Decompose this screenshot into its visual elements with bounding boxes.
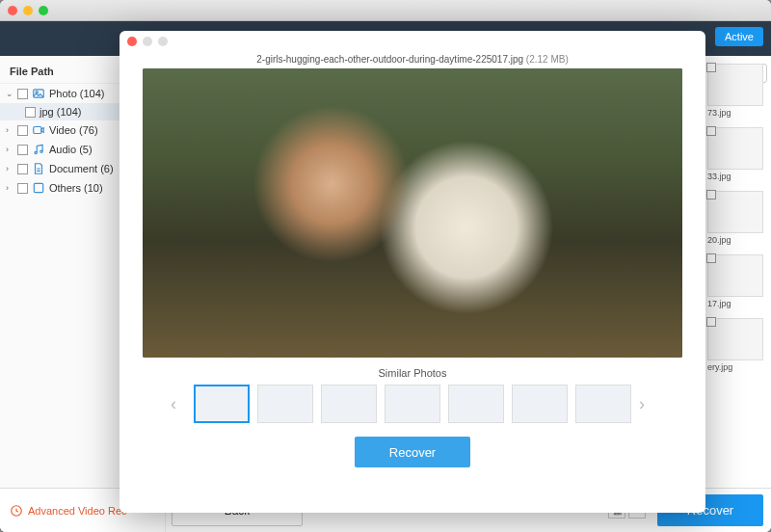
carousel-next-button[interactable]: › — [639, 394, 654, 414]
minimize-window-button[interactable] — [23, 6, 33, 15]
document-icon — [32, 162, 45, 175]
carousel-thumb[interactable] — [385, 385, 440, 423]
modal-minimize-button[interactable] — [143, 37, 152, 46]
maximize-window-button[interactable] — [39, 6, 48, 15]
svg-rect-2 — [34, 127, 41, 134]
sidebar-item-label: Photo (104) — [49, 88, 104, 99]
chevron-right-icon: › — [6, 183, 13, 193]
preview-image — [143, 68, 682, 358]
modal-close-button[interactable] — [127, 37, 137, 46]
checkbox[interactable] — [706, 63, 716, 72]
similar-photos-label: Similar Photos — [120, 367, 705, 379]
svg-point-3 — [35, 151, 37, 153]
thumbnail-label: ery.jpg — [707, 362, 763, 372]
modal-maximize-button[interactable] — [158, 37, 168, 46]
carousel-thumb[interactable] — [575, 385, 631, 423]
advanced-icon — [10, 504, 23, 518]
active-button[interactable]: Active — [715, 27, 763, 46]
chevron-right-icon: › — [6, 125, 13, 135]
others-icon — [32, 181, 45, 195]
photo-icon — [32, 87, 45, 100]
filename-text: 2-girls-hugging-each-other-outdoor-durin… — [256, 54, 523, 65]
svg-point-4 — [40, 150, 42, 152]
carousel-thumb[interactable] — [512, 385, 568, 423]
checkbox[interactable] — [17, 164, 28, 174]
chevron-right-icon: › — [6, 164, 13, 173]
chevron-down-icon: ⌄ — [6, 89, 13, 98]
window-titlebar — [0, 0, 771, 21]
sidebar-item-label: Document (6) — [49, 163, 114, 174]
carousel-thumb[interactable] — [257, 385, 313, 423]
traffic-lights — [8, 6, 48, 15]
audio-icon — [32, 143, 45, 156]
sidebar-item-label: Others (10) — [49, 182, 103, 194]
video-icon — [32, 123, 45, 137]
filesize-text: (2.12 MB) — [526, 54, 569, 65]
sidebar-item-label: jpg (104) — [40, 106, 81, 118]
checkbox[interactable] — [25, 107, 36, 118]
thumbnail-label: 20.jpg — [707, 235, 763, 245]
checkbox[interactable] — [17, 145, 28, 155]
chevron-right-icon: › — [6, 145, 13, 154]
preview-filename: 2-girls-hugging-each-other-outdoor-durin… — [120, 52, 705, 68]
checkbox[interactable] — [706, 126, 716, 136]
carousel-thumb[interactable] — [321, 385, 377, 423]
modal-titlebar — [120, 31, 705, 52]
thumbnail-label: 17.jpg — [707, 299, 763, 308]
thumbnail-column: 73.jpg 33.jpg 20.jpg 17.jpg ery.jpg — [707, 64, 763, 382]
checkbox[interactable] — [706, 317, 716, 327]
thumbnail[interactable] — [707, 254, 763, 297]
carousel-thumb[interactable] — [448, 385, 504, 423]
carousel-thumb[interactable] — [194, 385, 250, 423]
advanced-label: Advanced Video Rec — [28, 505, 127, 517]
checkbox[interactable] — [706, 253, 716, 263]
checkbox[interactable] — [17, 89, 28, 99]
checkbox[interactable] — [706, 190, 716, 200]
carousel-prev-button[interactable]: ‹ — [171, 394, 186, 414]
checkbox[interactable] — [17, 183, 28, 194]
sidebar-item-label: Audio (5) — [49, 144, 93, 155]
checkbox[interactable] — [17, 125, 28, 136]
thumbnail[interactable] — [707, 191, 763, 233]
modal-recover-button[interactable]: Recover — [355, 437, 470, 467]
preview-modal: 2-girls-hugging-each-other-outdoor-durin… — [120, 31, 705, 513]
thumbnail-label: 33.jpg — [707, 172, 763, 181]
thumbnail-label: 73.jpg — [707, 108, 763, 118]
thumbnail[interactable] — [707, 127, 763, 170]
thumbnail[interactable] — [707, 318, 763, 360]
sidebar-item-label: Video (76) — [49, 124, 98, 136]
thumbnail[interactable] — [707, 64, 763, 106]
svg-rect-5 — [34, 183, 42, 192]
similar-carousel: ‹ › — [120, 385, 705, 423]
modal-traffic-lights — [127, 37, 168, 46]
close-window-button[interactable] — [8, 6, 17, 15]
